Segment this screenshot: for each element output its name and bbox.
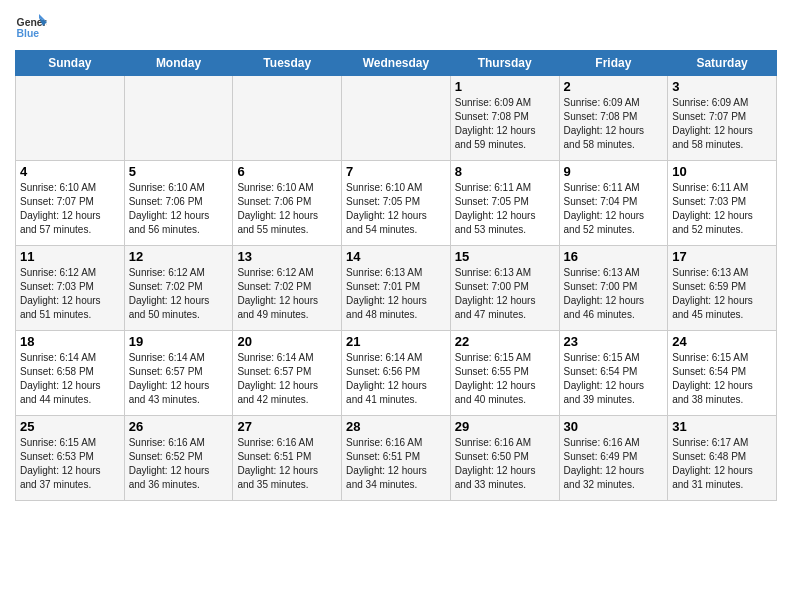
calendar-cell: 15Sunrise: 6:13 AM Sunset: 7:00 PM Dayli…: [450, 246, 559, 331]
day-number: 20: [237, 334, 337, 349]
header-day-friday: Friday: [559, 51, 668, 76]
header-row: SundayMondayTuesdayWednesdayThursdayFrid…: [16, 51, 777, 76]
day-info: Sunrise: 6:12 AM Sunset: 7:03 PM Dayligh…: [20, 266, 120, 322]
calendar-cell: 13Sunrise: 6:12 AM Sunset: 7:02 PM Dayli…: [233, 246, 342, 331]
calendar-cell: 1Sunrise: 6:09 AM Sunset: 7:08 PM Daylig…: [450, 76, 559, 161]
page-header: General Blue: [15, 10, 777, 42]
day-number: 24: [672, 334, 772, 349]
header-day-thursday: Thursday: [450, 51, 559, 76]
day-info: Sunrise: 6:15 AM Sunset: 6:54 PM Dayligh…: [672, 351, 772, 407]
day-number: 26: [129, 419, 229, 434]
day-info: Sunrise: 6:11 AM Sunset: 7:03 PM Dayligh…: [672, 181, 772, 237]
calendar-cell: 12Sunrise: 6:12 AM Sunset: 7:02 PM Dayli…: [124, 246, 233, 331]
calendar-cell: 4Sunrise: 6:10 AM Sunset: 7:07 PM Daylig…: [16, 161, 125, 246]
day-number: 28: [346, 419, 446, 434]
day-info: Sunrise: 6:16 AM Sunset: 6:49 PM Dayligh…: [564, 436, 664, 492]
day-number: 3: [672, 79, 772, 94]
calendar-cell: 17Sunrise: 6:13 AM Sunset: 6:59 PM Dayli…: [668, 246, 777, 331]
day-number: 19: [129, 334, 229, 349]
day-number: 8: [455, 164, 555, 179]
week-row-1: 1Sunrise: 6:09 AM Sunset: 7:08 PM Daylig…: [16, 76, 777, 161]
week-row-4: 18Sunrise: 6:14 AM Sunset: 6:58 PM Dayli…: [16, 331, 777, 416]
logo-icon: General Blue: [15, 10, 47, 42]
calendar-cell: 18Sunrise: 6:14 AM Sunset: 6:58 PM Dayli…: [16, 331, 125, 416]
day-info: Sunrise: 6:16 AM Sunset: 6:51 PM Dayligh…: [237, 436, 337, 492]
calendar-cell: 23Sunrise: 6:15 AM Sunset: 6:54 PM Dayli…: [559, 331, 668, 416]
day-number: 2: [564, 79, 664, 94]
day-number: 16: [564, 249, 664, 264]
day-info: Sunrise: 6:12 AM Sunset: 7:02 PM Dayligh…: [237, 266, 337, 322]
calendar-cell: 14Sunrise: 6:13 AM Sunset: 7:01 PM Dayli…: [342, 246, 451, 331]
day-number: 27: [237, 419, 337, 434]
day-info: Sunrise: 6:15 AM Sunset: 6:53 PM Dayligh…: [20, 436, 120, 492]
week-row-5: 25Sunrise: 6:15 AM Sunset: 6:53 PM Dayli…: [16, 416, 777, 501]
day-info: Sunrise: 6:12 AM Sunset: 7:02 PM Dayligh…: [129, 266, 229, 322]
header-day-saturday: Saturday: [668, 51, 777, 76]
calendar-cell: 19Sunrise: 6:14 AM Sunset: 6:57 PM Dayli…: [124, 331, 233, 416]
day-number: 14: [346, 249, 446, 264]
calendar-cell: 5Sunrise: 6:10 AM Sunset: 7:06 PM Daylig…: [124, 161, 233, 246]
day-info: Sunrise: 6:10 AM Sunset: 7:07 PM Dayligh…: [20, 181, 120, 237]
day-number: 31: [672, 419, 772, 434]
header-day-sunday: Sunday: [16, 51, 125, 76]
week-row-2: 4Sunrise: 6:10 AM Sunset: 7:07 PM Daylig…: [16, 161, 777, 246]
day-info: Sunrise: 6:09 AM Sunset: 7:08 PM Dayligh…: [455, 96, 555, 152]
day-number: 29: [455, 419, 555, 434]
day-number: 12: [129, 249, 229, 264]
day-info: Sunrise: 6:14 AM Sunset: 6:56 PM Dayligh…: [346, 351, 446, 407]
calendar-cell: 8Sunrise: 6:11 AM Sunset: 7:05 PM Daylig…: [450, 161, 559, 246]
day-info: Sunrise: 6:15 AM Sunset: 6:55 PM Dayligh…: [455, 351, 555, 407]
day-number: 30: [564, 419, 664, 434]
day-number: 1: [455, 79, 555, 94]
calendar-cell: 11Sunrise: 6:12 AM Sunset: 7:03 PM Dayli…: [16, 246, 125, 331]
day-info: Sunrise: 6:14 AM Sunset: 6:57 PM Dayligh…: [129, 351, 229, 407]
day-info: Sunrise: 6:13 AM Sunset: 7:00 PM Dayligh…: [564, 266, 664, 322]
day-number: 13: [237, 249, 337, 264]
header-day-monday: Monday: [124, 51, 233, 76]
day-number: 7: [346, 164, 446, 179]
day-info: Sunrise: 6:17 AM Sunset: 6:48 PM Dayligh…: [672, 436, 772, 492]
calendar-cell: 31Sunrise: 6:17 AM Sunset: 6:48 PM Dayli…: [668, 416, 777, 501]
calendar-header: SundayMondayTuesdayWednesdayThursdayFrid…: [16, 51, 777, 76]
day-number: 21: [346, 334, 446, 349]
day-info: Sunrise: 6:16 AM Sunset: 6:50 PM Dayligh…: [455, 436, 555, 492]
day-info: Sunrise: 6:10 AM Sunset: 7:06 PM Dayligh…: [129, 181, 229, 237]
day-info: Sunrise: 6:13 AM Sunset: 7:00 PM Dayligh…: [455, 266, 555, 322]
day-number: 17: [672, 249, 772, 264]
calendar-cell: 16Sunrise: 6:13 AM Sunset: 7:00 PM Dayli…: [559, 246, 668, 331]
day-info: Sunrise: 6:14 AM Sunset: 6:58 PM Dayligh…: [20, 351, 120, 407]
header-day-tuesday: Tuesday: [233, 51, 342, 76]
calendar-cell: 10Sunrise: 6:11 AM Sunset: 7:03 PM Dayli…: [668, 161, 777, 246]
calendar-cell: 25Sunrise: 6:15 AM Sunset: 6:53 PM Dayli…: [16, 416, 125, 501]
calendar-cell: [124, 76, 233, 161]
calendar-cell: 7Sunrise: 6:10 AM Sunset: 7:05 PM Daylig…: [342, 161, 451, 246]
day-info: Sunrise: 6:11 AM Sunset: 7:05 PM Dayligh…: [455, 181, 555, 237]
calendar-cell: 27Sunrise: 6:16 AM Sunset: 6:51 PM Dayli…: [233, 416, 342, 501]
day-info: Sunrise: 6:16 AM Sunset: 6:51 PM Dayligh…: [346, 436, 446, 492]
calendar-table: SundayMondayTuesdayWednesdayThursdayFrid…: [15, 50, 777, 501]
calendar-cell: 30Sunrise: 6:16 AM Sunset: 6:49 PM Dayli…: [559, 416, 668, 501]
day-number: 18: [20, 334, 120, 349]
day-info: Sunrise: 6:13 AM Sunset: 7:01 PM Dayligh…: [346, 266, 446, 322]
calendar-cell: 3Sunrise: 6:09 AM Sunset: 7:07 PM Daylig…: [668, 76, 777, 161]
header-day-wednesday: Wednesday: [342, 51, 451, 76]
day-number: 25: [20, 419, 120, 434]
day-info: Sunrise: 6:14 AM Sunset: 6:57 PM Dayligh…: [237, 351, 337, 407]
calendar-cell: [233, 76, 342, 161]
logo: General Blue: [15, 10, 47, 42]
calendar-cell: 21Sunrise: 6:14 AM Sunset: 6:56 PM Dayli…: [342, 331, 451, 416]
day-number: 22: [455, 334, 555, 349]
day-number: 4: [20, 164, 120, 179]
day-number: 15: [455, 249, 555, 264]
week-row-3: 11Sunrise: 6:12 AM Sunset: 7:03 PM Dayli…: [16, 246, 777, 331]
day-number: 23: [564, 334, 664, 349]
calendar-cell: 6Sunrise: 6:10 AM Sunset: 7:06 PM Daylig…: [233, 161, 342, 246]
day-number: 5: [129, 164, 229, 179]
calendar-body: 1Sunrise: 6:09 AM Sunset: 7:08 PM Daylig…: [16, 76, 777, 501]
calendar-cell: 29Sunrise: 6:16 AM Sunset: 6:50 PM Dayli…: [450, 416, 559, 501]
day-info: Sunrise: 6:10 AM Sunset: 7:05 PM Dayligh…: [346, 181, 446, 237]
day-info: Sunrise: 6:13 AM Sunset: 6:59 PM Dayligh…: [672, 266, 772, 322]
day-info: Sunrise: 6:09 AM Sunset: 7:07 PM Dayligh…: [672, 96, 772, 152]
calendar-cell: 26Sunrise: 6:16 AM Sunset: 6:52 PM Dayli…: [124, 416, 233, 501]
calendar-cell: 28Sunrise: 6:16 AM Sunset: 6:51 PM Dayli…: [342, 416, 451, 501]
